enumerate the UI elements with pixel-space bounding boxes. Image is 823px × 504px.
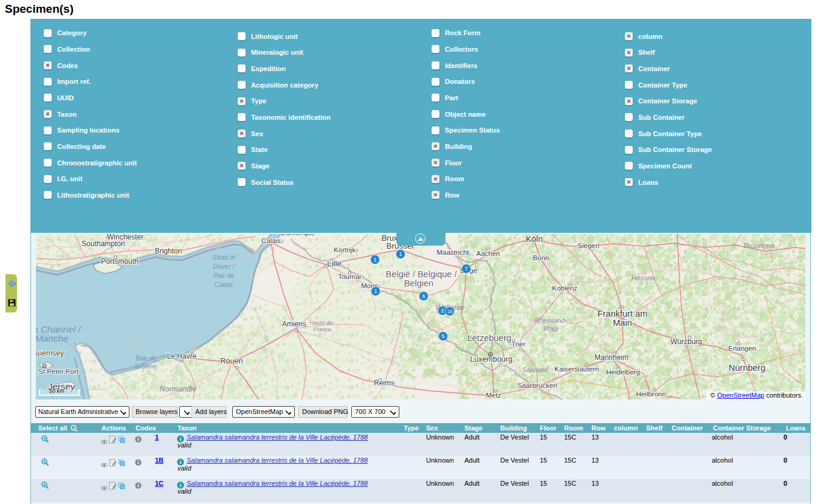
- svg-text:St Peter Port: St Peter Port: [38, 368, 79, 375]
- svg-text:Kortrijk: Kortrijk: [334, 246, 356, 254]
- svg-text:Frankfurt am: Frankfurt am: [597, 309, 647, 319]
- svg-text:Würzburg: Würzburg: [670, 337, 702, 346]
- svg-text:1: 1: [373, 257, 376, 263]
- svg-text:Koblenz: Koblenz: [552, 285, 577, 292]
- svg-text:Erlangen: Erlangen: [728, 345, 756, 352]
- svg-text:Lille: Lille: [327, 259, 342, 268]
- svg-text:Tournai: Tournai: [338, 273, 361, 280]
- svg-text:Dover /: Dover /: [213, 263, 235, 270]
- svg-text:Nürnberg: Nürnberg: [729, 363, 765, 373]
- svg-text:+: +: [43, 482, 46, 486]
- svg-text:Dunkerque: Dunkerque: [281, 234, 315, 236]
- svg-text:Mannheim: Mannheim: [594, 353, 628, 362]
- svg-text:Calais: Calais: [261, 237, 281, 244]
- svg-text:Kaiserslautern: Kaiserslautern: [554, 365, 599, 373]
- svg-text:Hessen: Hessen: [632, 274, 655, 281]
- svg-text:La Manche: La Manche: [36, 333, 69, 343]
- svg-text:Pfalz: Pfalz: [543, 325, 559, 333]
- svg-text:2: 2: [441, 308, 444, 314]
- svg-text:Heilbronn: Heilbronn: [636, 390, 666, 398]
- svg-text:1: 1: [374, 288, 377, 294]
- svg-text:Brighton: Brighton: [155, 247, 182, 255]
- svg-text:Baie de: Baie de: [136, 355, 156, 362]
- svg-text:Bonn: Bonn: [533, 254, 549, 261]
- svg-text:Lëtzebuerg: Lëtzebuerg: [467, 333, 512, 343]
- svg-text:Hauts-de-: Hauts-de-: [309, 319, 335, 326]
- svg-text:Saarland: Saarland: [522, 366, 548, 373]
- svg-text:1: 1: [399, 251, 402, 257]
- svg-text:France: France: [313, 326, 331, 333]
- svg-text:6: 6: [422, 293, 425, 299]
- svg-text:Metz: Metz: [486, 392, 501, 399]
- svg-text:België / Belgique /: België / Belgique /: [386, 269, 458, 279]
- svg-text:Rouen: Rouen: [221, 357, 243, 365]
- svg-text:Saarbrücken: Saarbrücken: [517, 382, 557, 389]
- svg-text:Main: Main: [613, 318, 632, 328]
- svg-text:5: 5: [441, 333, 444, 339]
- svg-text:Thüringen: Thüringen: [743, 242, 774, 249]
- svg-text:7: 7: [464, 266, 467, 272]
- svg-text:Reims: Reims: [374, 379, 394, 387]
- svg-text:Calais: Calais: [215, 281, 233, 288]
- svg-text:15: 15: [447, 309, 452, 314]
- svg-text:Belgien: Belgien: [404, 278, 433, 288]
- svg-text:Aachen: Aachen: [476, 250, 500, 257]
- svg-text:+: +: [43, 459, 46, 463]
- svg-text:Heidelberg: Heidelberg: [606, 368, 640, 376]
- svg-text:Portsmouth: Portsmouth: [101, 257, 138, 266]
- svg-text:Normandie: Normandie: [159, 385, 196, 393]
- svg-text:Brux: Brux: [382, 234, 398, 243]
- svg-text:Strait of: Strait of: [212, 254, 236, 261]
- svg-text:Southampton: Southampton: [81, 240, 125, 248]
- svg-text:Maastricht: Maastricht: [436, 249, 469, 256]
- svg-text:Amiens: Amiens: [282, 320, 306, 328]
- svg-text:Rheinland-: Rheinland-: [534, 317, 567, 324]
- svg-text:Köln: Köln: [526, 234, 543, 244]
- svg-text:Le Havre: Le Havre: [167, 352, 197, 361]
- svg-text:Guernsey: Guernsey: [36, 349, 64, 357]
- svg-text:Siegen: Siegen: [577, 242, 599, 249]
- svg-text:Trier: Trier: [511, 340, 525, 348]
- svg-text:+: +: [43, 436, 46, 440]
- svg-text:la Seine: la Seine: [135, 363, 157, 370]
- svg-text:Pas de: Pas de: [213, 272, 234, 279]
